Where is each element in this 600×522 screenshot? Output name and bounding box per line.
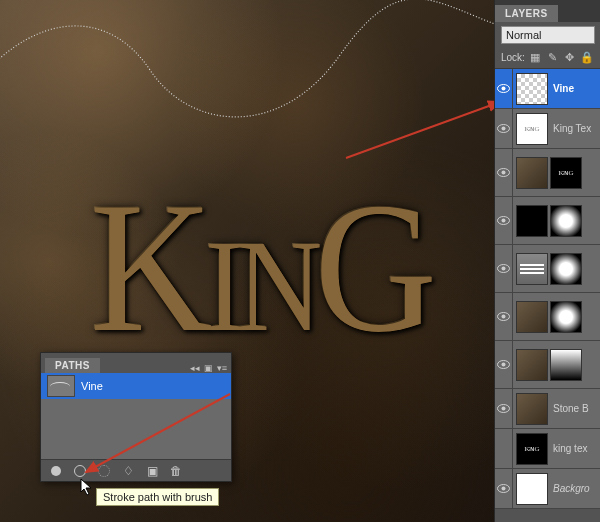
layer-row-background[interactable]: Backgro bbox=[495, 469, 600, 509]
layer-thumbnail bbox=[516, 73, 548, 105]
layer-thumbnail: KᵢɴG bbox=[516, 113, 548, 145]
stroke-path-button[interactable] bbox=[73, 464, 87, 478]
king-artwork-text: KinG bbox=[90, 160, 429, 375]
lock-pixels-icon[interactable]: ✎ bbox=[546, 50, 559, 64]
tooltip: Stroke path with brush bbox=[96, 488, 219, 506]
layer-name-label: Backgro bbox=[551, 483, 590, 494]
blend-mode-select[interactable]: Normal bbox=[501, 26, 595, 44]
layer-thumbnail bbox=[516, 473, 548, 505]
visibility-eye-icon[interactable] bbox=[497, 484, 510, 493]
panel-menu-icon[interactable]: ▾≡ bbox=[217, 363, 227, 373]
visibility-eye-icon[interactable] bbox=[497, 360, 510, 369]
lock-label: Lock: bbox=[501, 52, 525, 63]
lock-position-icon[interactable]: ✥ bbox=[563, 50, 576, 64]
layer-name-label: Vine bbox=[551, 83, 574, 94]
panel-close-icon[interactable]: ▣ bbox=[204, 363, 213, 373]
path-item-label: Vine bbox=[81, 380, 103, 392]
visibility-eye-icon[interactable] bbox=[497, 216, 510, 225]
path-to-selection-button[interactable] bbox=[97, 464, 111, 478]
layer-mask-thumbnail: KᵢɴG bbox=[550, 157, 582, 189]
layer-name-label: king tex bbox=[551, 443, 587, 454]
layer-thumbnail bbox=[516, 253, 548, 285]
layer-row-vine[interactable]: Vine bbox=[495, 69, 600, 109]
layers-tab[interactable]: LAYERS bbox=[495, 5, 558, 22]
new-path-button[interactable]: ▣ bbox=[145, 464, 159, 478]
visibility-eye-icon[interactable] bbox=[497, 124, 510, 133]
layers-panel-header: LAYERS bbox=[495, 0, 600, 22]
lock-transparency-icon[interactable]: ▦ bbox=[529, 50, 542, 64]
svg-point-9 bbox=[502, 219, 506, 223]
layer-row-adjustment-2[interactable] bbox=[495, 245, 600, 293]
layer-row-king-tex-lower[interactable]: KᵢɴG king tex bbox=[495, 429, 600, 469]
paths-list[interactable]: Vine bbox=[41, 373, 231, 459]
visibility-eye-icon[interactable] bbox=[497, 168, 510, 177]
layer-row-adjustment-1[interactable] bbox=[495, 197, 600, 245]
svg-point-5 bbox=[502, 127, 506, 131]
layer-thumbnail bbox=[516, 393, 548, 425]
paths-panel[interactable]: PATHS ◂◂ ▣ ▾≡ Vine ♢ ▣ 🗑 bbox=[40, 352, 232, 482]
path-thumbnail bbox=[47, 375, 75, 397]
layer-row-texture-1[interactable]: KᵢɴG bbox=[495, 149, 600, 197]
visibility-eye-icon[interactable] bbox=[497, 404, 510, 413]
layer-row-king-tex[interactable]: KᵢɴG King Tex bbox=[495, 109, 600, 149]
layer-name-label: Stone B bbox=[551, 403, 589, 414]
svg-point-7 bbox=[502, 171, 506, 175]
svg-point-17 bbox=[502, 407, 506, 411]
visibility-eye-icon[interactable] bbox=[497, 84, 510, 93]
visibility-eye-icon[interactable] bbox=[497, 312, 510, 321]
svg-point-19 bbox=[502, 487, 506, 491]
paths-tab[interactable]: PATHS bbox=[45, 358, 100, 373]
layer-thumbnail bbox=[516, 205, 548, 237]
blend-mode-value: Normal bbox=[506, 29, 541, 41]
layer-mask-thumbnail bbox=[550, 301, 582, 333]
lock-all-icon[interactable]: 🔒 bbox=[580, 50, 594, 64]
layer-row-texture-3[interactable] bbox=[495, 341, 600, 389]
svg-point-11 bbox=[502, 267, 506, 271]
layer-mask-thumbnail bbox=[550, 349, 582, 381]
mouse-cursor-icon bbox=[80, 478, 94, 496]
layer-thumbnail: KᵢɴG bbox=[516, 433, 548, 465]
layers-controls: Normal Lock: ▦ ✎ ✥ 🔒 bbox=[495, 22, 600, 69]
svg-point-13 bbox=[502, 315, 506, 319]
svg-point-3 bbox=[502, 87, 506, 91]
visibility-eye-icon[interactable] bbox=[497, 264, 510, 273]
layer-thumbnail bbox=[516, 301, 548, 333]
layer-thumbnail bbox=[516, 157, 548, 189]
layer-mask-thumbnail bbox=[550, 205, 582, 237]
path-item-vine[interactable]: Vine bbox=[41, 373, 231, 399]
layer-row-texture-2[interactable] bbox=[495, 293, 600, 341]
layer-thumbnail bbox=[516, 349, 548, 381]
layer-name-label: King Tex bbox=[551, 123, 591, 134]
layers-panel[interactable]: LAYERS Normal Lock: ▦ ✎ ✥ 🔒 Vine KᵢɴG Ki… bbox=[494, 0, 600, 522]
paths-panel-footer: ♢ ▣ 🗑 bbox=[41, 459, 231, 481]
panel-collapse-icon[interactable]: ◂◂ bbox=[190, 363, 200, 373]
delete-path-button[interactable]: 🗑 bbox=[169, 464, 183, 478]
layer-row-stone-b[interactable]: Stone B bbox=[495, 389, 600, 429]
svg-point-15 bbox=[502, 363, 506, 367]
fill-path-button[interactable] bbox=[49, 464, 63, 478]
paths-panel-header: PATHS ◂◂ ▣ ▾≡ bbox=[41, 353, 231, 373]
layers-list[interactable]: Vine KᵢɴG King Tex KᵢɴG bbox=[495, 69, 600, 509]
layer-mask-thumbnail bbox=[550, 253, 582, 285]
make-work-path-button[interactable]: ♢ bbox=[121, 464, 135, 478]
